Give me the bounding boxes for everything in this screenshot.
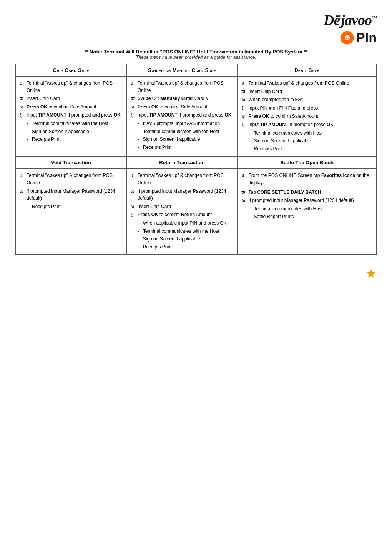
dejavoo-logo: Dē•javoo™ xyxy=(324,12,377,28)
col2-header-row1: Swiped or Manual Card Sale xyxy=(126,64,238,77)
debit-step-5: ψ Press OK to confirm Sale Amount xyxy=(241,113,372,120)
pin-circle-icon: ⊕ xyxy=(340,31,354,45)
swipe-step-3: ω Press OK to confirm Sale Amount xyxy=(131,103,234,111)
debit-step-6: ζ Input TIP AMOUNT if prompted press OK xyxy=(241,121,372,128)
col1-header-row2: Void Transaction xyxy=(16,157,127,169)
return-step-4: ξ Press OK to confirm Return Amount xyxy=(131,211,234,218)
guide-text: These steps have been provided as a guid… xyxy=(15,55,377,60)
step-text-2: Insert Chip Card xyxy=(27,95,123,102)
swipe-step-1: υ Terminal "wakes up" & changes from POS… xyxy=(131,80,234,94)
step-3: ω Press OK to confirm Sale Amount xyxy=(20,103,123,111)
sublist-item: Terminal communicates with the Host xyxy=(27,120,123,127)
swiped-sublist: If AVS prompts, input AVS information Te… xyxy=(138,120,234,151)
chip-card-sale-cell: υ Terminal "wakes up" & changes from POS… xyxy=(16,77,127,157)
debit-step-1: υ Terminal "wakes up" & changes from POS… xyxy=(241,80,372,87)
debit-sale-content: υ Terminal "wakes up" & changes from POS… xyxy=(241,80,372,152)
main-table: Chip Card Sale Swiped or Manual Card Sal… xyxy=(15,64,377,255)
sublist-item: Receipts Print xyxy=(248,145,372,153)
chip-card-sublist: Terminal communicates with the Host Sign… xyxy=(27,120,123,143)
note-prefix: ** Note: Terminal Will Default at xyxy=(84,49,158,55)
void-content: υ Terminal "wakes up" & changes from POS… xyxy=(20,172,123,210)
void-step-1: υ Terminal "wakes up" & changes from POS… xyxy=(20,172,123,186)
step-1: υ Terminal "wakes up" & changes from POS… xyxy=(20,80,123,94)
settle-content: υ From the POS ONLINE Screen tap Favorit… xyxy=(241,172,372,220)
return-step-1: υ Terminal "wakes up" & changes from POS… xyxy=(131,172,234,186)
chip-card-sale-content: υ Terminal "wakes up" & changes from POS… xyxy=(20,80,123,143)
step-2: ϖ Insert Chip Card xyxy=(20,95,123,102)
sublist-item: Sign on Screen if applicable xyxy=(248,137,372,145)
col3-header-row2: Settle The Open Batch xyxy=(238,157,377,169)
footer: ★ xyxy=(15,266,377,281)
sublist-item: Receipts Print xyxy=(138,144,234,151)
settle-step-2: ϖ Tap CORE SETTLE DAILY BATCH xyxy=(241,189,372,196)
header: Dē•javoo™ ⊕ PIn xyxy=(15,12,377,45)
swiped-sale-cell: υ Terminal "wakes up" & changes from POS… xyxy=(126,77,238,157)
sublist-item: Terminal communicates with Host xyxy=(248,205,372,213)
symbol-upsilon: υ xyxy=(20,80,25,94)
note-suffix: Until Transaction is Initiated By POS Sy… xyxy=(197,49,307,55)
debit-step-4: ξ Input PIN # on PIN Pad and press xyxy=(241,105,372,112)
note-paragraph: ** Note: Terminal Will Default at "POS O… xyxy=(15,49,377,55)
void-transaction-cell: υ Terminal "wakes up" & changes from POS… xyxy=(16,169,127,255)
settle-batch-cell: υ From the POS ONLINE Screen tap Favorit… xyxy=(238,169,377,255)
step-4: ξ Input TIP AMOUNT if prompted and press… xyxy=(20,112,123,119)
return-transaction-cell: υ Terminal "wakes up" & changes from POS… xyxy=(126,169,238,255)
sublist-item: Terminal communicates with the Host xyxy=(138,228,234,235)
settle-step-1: υ From the POS ONLINE Screen tap Favorit… xyxy=(241,172,372,186)
sublist-item: Receipts Print xyxy=(138,243,234,251)
sublist-item: Sign on Screen if applicable xyxy=(138,136,234,143)
sublist-item: Sign on Screen if applicable xyxy=(138,235,234,243)
step-text-3: Press OK to confirm Sale Amount xyxy=(27,103,123,111)
settle-sublist: Terminal communicates with Host Settle R… xyxy=(248,205,372,220)
note-section: ** Note: Terminal Will Default at "POS O… xyxy=(15,49,377,60)
debit-sublist: Terminal communicates with Host Sign on … xyxy=(248,130,372,153)
return-content: υ Terminal "wakes up" & changes from POS… xyxy=(131,172,234,250)
return-sublist: When applicable input PIN and press OK T… xyxy=(138,220,234,250)
pin-text: PIn xyxy=(356,30,377,45)
settle-step-3: ω If prompted input Manager Password (12… xyxy=(241,197,372,204)
sublist-item: If AVS prompts, input AVS information xyxy=(138,120,234,127)
symbol-xi: ξ xyxy=(20,112,25,119)
swipe-step-4: ξ Input TIP AMOUNT if prompted and press… xyxy=(131,112,234,119)
sublist-item: Receipts Print xyxy=(27,136,123,143)
symbol-varpi: ϖ xyxy=(20,95,25,102)
step-text-1: Terminal "wakes up" & changes from POS O… xyxy=(27,80,123,94)
svg-text:⊕: ⊕ xyxy=(344,34,350,42)
sublist-item: Receipts Print xyxy=(27,203,123,210)
sublist-item: Sign on Screen if applicable xyxy=(27,128,123,135)
swiped-sale-content: υ Terminal "wakes up" & changes from POS… xyxy=(131,80,234,151)
return-step-2: ϖ If prompted input Manager Password (12… xyxy=(131,188,234,202)
symbol-omega: ω xyxy=(20,103,25,111)
debit-step-2: ϖ Insert Chip Card xyxy=(241,88,372,95)
star-icon: ★ xyxy=(365,266,377,281)
sublist-item: Terminal communicates with the Host xyxy=(138,128,234,135)
note-underline-text: "POS ONLINE" xyxy=(160,49,197,55)
sublist-item: Settle Report Prints xyxy=(248,213,372,220)
pin-logo-row: ⊕ PIn xyxy=(340,30,377,45)
col1-header-row1: Chip Card Sale xyxy=(16,64,127,77)
return-step-3: ω Insert Chip Card xyxy=(131,203,234,210)
sublist-item: When applicable input PIN and press OK xyxy=(138,220,234,227)
step-text-4: Input TIP AMOUNT if prompted and press O… xyxy=(27,112,123,119)
col3-header-row1: Debit Sale xyxy=(238,64,377,77)
debit-sale-cell: υ Terminal "wakes up" & changes from POS… xyxy=(238,77,377,157)
void-sublist: Receipts Print xyxy=(27,203,123,210)
debit-step-3: ω When prompted tap "YES" xyxy=(241,96,372,103)
void-step-2: ϖ If prompted input Manager Password (12… xyxy=(20,188,123,202)
col2-header-row2: Return Transaction xyxy=(126,157,238,169)
sublist-item: Terminal communicates with Host xyxy=(248,130,372,137)
swipe-step-2: ϖ Swipe OR Manually Enter Card # xyxy=(131,95,234,102)
